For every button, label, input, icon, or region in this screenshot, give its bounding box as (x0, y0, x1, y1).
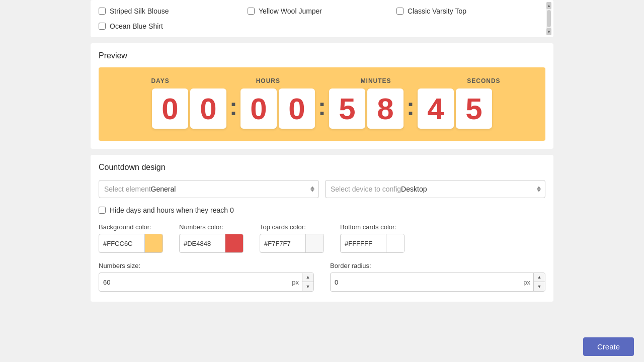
preview-title: Preview (99, 51, 545, 60)
selects-row: Select element General Select device to … (99, 180, 545, 198)
numbers-size-group: Numbers size: px ▲ ▼ (99, 262, 314, 292)
countdown-display: DAYS HOURS MINUTES SECONDS 0 0 : 0 0 (99, 67, 545, 141)
products-grid: Striped Silk Blouse Yellow Wool Jumper C… (99, 5, 545, 32)
product-item-yellow-wool-jumper: Yellow Wool Jumper (248, 5, 396, 17)
numbers-size-input[interactable] (99, 276, 289, 289)
border-radius-unit: px (520, 279, 533, 286)
product-item-striped-silk-blouse: Striped Silk Blouse (99, 5, 248, 17)
label-days: DAYS (130, 77, 191, 84)
top-cards-color-label: Top cards color: (260, 223, 324, 231)
digit-minute-1: 8 (367, 88, 404, 129)
numbers-color-hex[interactable] (180, 237, 225, 250)
numbers-color-label: Numbers color: (179, 223, 244, 231)
products-section: Striped Silk Blouse Yellow Wool Jumper C… (91, 0, 553, 37)
scrollbar-thumb[interactable] (547, 10, 551, 27)
numbers-size-down[interactable]: ▼ (302, 282, 313, 291)
digit-day-1: 0 (190, 88, 226, 129)
numbers-size-unit: px (289, 279, 302, 286)
product-item-classic-varsity-top: Classic Varsity Top (396, 5, 545, 17)
product-item-ocean-blue-shirt: Ocean Blue Shirt (99, 20, 248, 32)
digit-group-seconds: 4 5 (418, 88, 492, 129)
scrollbar-track: ▲ ▼ (546, 2, 551, 35)
border-radius-spinners: ▲ ▼ (533, 273, 545, 291)
border-radius-up[interactable]: ▲ (534, 273, 545, 282)
numbers-size-label: Numbers size: (99, 262, 314, 269)
top-cards-color-input-wrapper (260, 234, 324, 253)
background-color-hex[interactable] (99, 237, 144, 250)
border-radius-input[interactable] (331, 276, 520, 289)
top-cards-color-hex[interactable] (260, 237, 305, 250)
countdown-labels-row: DAYS HOURS MINUTES SECONDS (111, 77, 533, 84)
product-label-yellow-wool-jumper: Yellow Wool Jumper (259, 7, 322, 15)
digit-second-1: 5 (456, 88, 492, 129)
sizes-row: Numbers size: px ▲ ▼ Border radius: px (99, 262, 545, 292)
hide-days-label: Hide days and hours when they reach 0 (110, 206, 234, 214)
countdown-digits-row: 0 0 : 0 0 : 5 8 : 4 5 (152, 88, 492, 129)
bottom-cards-color-swatch[interactable] (386, 234, 404, 252)
border-radius-group: Border radius: px ▲ ▼ (330, 262, 545, 292)
product-label-ocean-blue-shirt: Ocean Blue Shirt (110, 22, 163, 30)
product-label-striped-silk-blouse: Striped Silk Blouse (110, 7, 169, 15)
select-device-wrapper: Select device to config Desktop (325, 180, 545, 198)
numbers-color-input-wrapper (179, 234, 244, 253)
product-checkbox-ocean-blue-shirt[interactable] (99, 23, 106, 30)
design-title: Countdown design (99, 163, 545, 172)
digit-group-days: 0 0 (152, 88, 226, 129)
bottom-cards-color-group: Bottom cards color: (340, 223, 405, 253)
sep-hours-minutes: : (318, 93, 326, 125)
select-element-wrapper: Select element General (99, 180, 319, 198)
background-color-group: Background color: (99, 223, 163, 253)
numbers-size-up[interactable]: ▲ (302, 273, 313, 282)
bottom-cards-color-input-wrapper (340, 234, 405, 253)
product-checkbox-striped-silk-blouse[interactable] (99, 8, 106, 15)
scrollbar-arrow-up[interactable]: ▲ (546, 2, 551, 9)
top-cards-color-swatch[interactable] (305, 234, 324, 252)
top-cards-color-group: Top cards color: (260, 223, 324, 253)
digit-hour-1: 0 (279, 88, 315, 129)
digit-second-0: 4 (418, 88, 454, 129)
sep-days-hours: : (229, 93, 237, 125)
label-seconds: SECONDS (453, 77, 514, 84)
sep-minutes-seconds: : (407, 93, 415, 125)
border-radius-down[interactable]: ▼ (534, 282, 545, 291)
hide-days-checkbox[interactable] (99, 207, 106, 214)
digit-group-minutes: 5 8 (329, 88, 404, 129)
background-color-swatch[interactable] (144, 234, 163, 252)
border-radius-label: Border radius: (330, 262, 545, 269)
product-checkbox-yellow-wool-jumper[interactable] (248, 8, 255, 15)
bottom-bar: Create (0, 331, 644, 362)
digit-group-hours: 0 0 (240, 88, 315, 129)
scrollbar-arrow-down[interactable]: ▼ (546, 28, 551, 35)
preview-section: Preview DAYS HOURS MINUTES SECONDS 0 0 : (91, 43, 553, 149)
background-color-label: Background color: (99, 223, 163, 231)
background-color-input-wrapper (99, 234, 163, 253)
digit-day-0: 0 (152, 88, 188, 129)
numbers-size-spinners: ▲ ▼ (302, 273, 313, 291)
numbers-color-swatch[interactable] (225, 234, 243, 252)
digit-hour-0: 0 (240, 88, 277, 129)
product-checkbox-classic-varsity-top[interactable] (396, 8, 404, 15)
label-minutes: MINUTES (346, 77, 406, 84)
bottom-cards-color-hex[interactable] (341, 237, 386, 250)
border-radius-input-wrapper: px ▲ ▼ (330, 273, 545, 292)
create-button[interactable]: Create (583, 337, 634, 356)
numbers-size-input-wrapper: px ▲ ▼ (99, 273, 314, 292)
colors-row: Background color: Numbers color: Top car… (99, 223, 545, 253)
bottom-cards-color-label: Bottom cards color: (340, 223, 405, 231)
numbers-color-group: Numbers color: (179, 223, 244, 253)
product-label-classic-varsity-top: Classic Varsity Top (408, 7, 466, 15)
digit-minute-0: 5 (329, 88, 365, 129)
label-hours: HOURS (238, 77, 298, 84)
design-section: Countdown design Select element General … (91, 155, 553, 302)
hide-days-row: Hide days and hours when they reach 0 (99, 206, 545, 214)
